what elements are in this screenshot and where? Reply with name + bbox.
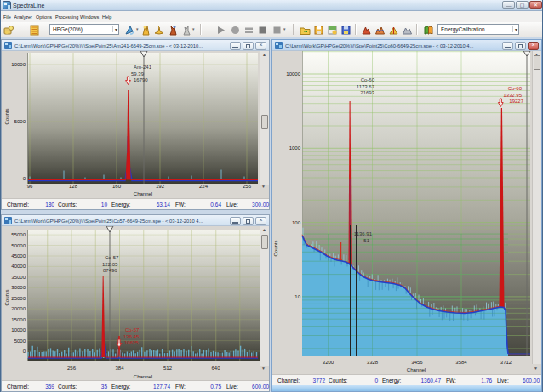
svg-text:3712: 3712 [500, 360, 512, 365]
svg-text:15000: 15000 [11, 317, 26, 322]
svg-text:3456: 3456 [411, 360, 423, 365]
svg-text:16790: 16790 [134, 77, 148, 82]
svg-text:87496: 87496 [103, 268, 117, 273]
svg-text:20000: 20000 [11, 306, 26, 311]
svg-text:Co-57: Co-57 [125, 327, 140, 332]
svg-text:35000: 35000 [11, 275, 26, 280]
svg-text:19227: 19227 [509, 99, 523, 104]
svg-text:1000: 1000 [289, 145, 301, 151]
svg-text:21693: 21693 [360, 90, 374, 95]
svg-text:224: 224 [199, 184, 209, 189]
svg-text:Counts: Counts [4, 289, 9, 305]
svg-text:192: 192 [156, 184, 165, 189]
svg-text:55000: 55000 [11, 232, 26, 237]
svg-text:5000: 5000 [14, 338, 26, 344]
svg-text:384: 384 [115, 366, 124, 371]
svg-text:30000: 30000 [11, 285, 26, 290]
svg-text:5000: 5000 [14, 119, 26, 124]
svg-text:100: 100 [292, 220, 301, 225]
svg-text:Am-241: Am-241 [134, 65, 152, 70]
svg-text:96: 96 [27, 184, 33, 189]
svg-text:0: 0 [23, 349, 26, 354]
svg-text:640: 640 [211, 366, 220, 371]
svg-text:Counts: Counts [4, 108, 9, 124]
svg-text:Co-60: Co-60 [508, 86, 523, 91]
svg-text:10625: 10625 [124, 340, 139, 345]
svg-text:50000: 50000 [11, 243, 26, 248]
svg-text:10: 10 [294, 294, 300, 299]
svg-text:Channel: Channel [407, 367, 426, 372]
svg-text:25000: 25000 [11, 296, 26, 301]
svg-text:Co-60: Co-60 [361, 77, 375, 82]
svg-text:1136.91: 1136.91 [354, 231, 373, 236]
svg-text:1332.95: 1332.95 [503, 93, 522, 98]
svg-text:136.45: 136.45 [123, 334, 140, 339]
svg-text:160: 160 [112, 184, 122, 189]
svg-text:10000: 10000 [11, 62, 26, 67]
svg-text:Co-57: Co-57 [105, 255, 119, 260]
svg-text:128: 128 [69, 184, 78, 189]
svg-text:51: 51 [363, 238, 369, 243]
svg-text:59.39: 59.39 [131, 71, 145, 77]
svg-text:3328: 3328 [367, 360, 379, 365]
svg-text:10000: 10000 [11, 327, 26, 332]
svg-text:Channel: Channel [134, 374, 152, 379]
svg-text:45000: 45000 [11, 253, 26, 258]
svg-text:40000: 40000 [11, 264, 26, 269]
svg-text:Channel: Channel [134, 191, 152, 196]
svg-text:122.05: 122.05 [102, 262, 118, 267]
svg-text:3584: 3584 [455, 360, 467, 365]
svg-text:Counts: Counts [273, 240, 278, 256]
svg-text:3200: 3200 [323, 360, 334, 365]
svg-text:512: 512 [163, 366, 173, 371]
svg-text:1173.67: 1173.67 [357, 84, 375, 89]
svg-text:256: 256 [243, 184, 252, 189]
svg-text:256: 256 [67, 366, 77, 371]
svg-text:10000: 10000 [286, 71, 300, 77]
svg-text:0: 0 [23, 176, 26, 181]
